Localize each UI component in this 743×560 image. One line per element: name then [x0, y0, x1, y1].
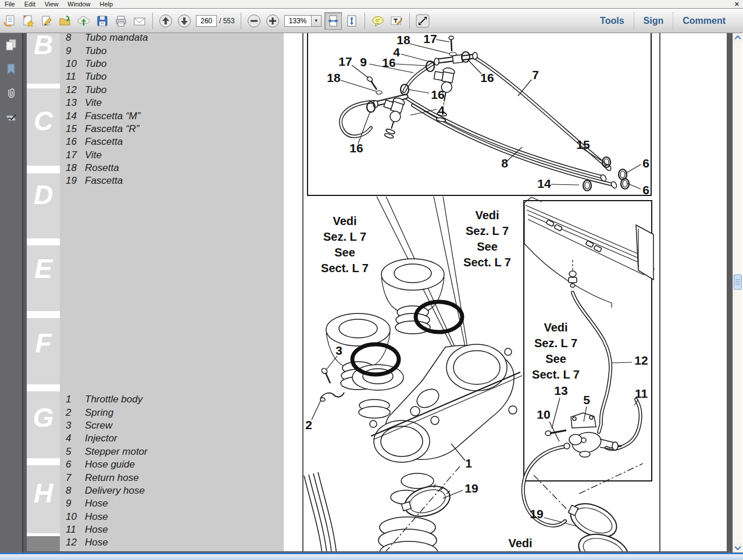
signature-button[interactable] [3, 110, 19, 126]
menu-item-edit[interactable]: Edit [20, 1, 40, 8]
menu-bar: FileEditViewWindowHelp ✕ [0, 0, 743, 9]
part-label: Fascetta [85, 136, 123, 148]
chevron-down-icon[interactable]: ▼ [311, 15, 322, 27]
part-label: Screw [85, 550, 112, 551]
part-label: Tubo [85, 58, 107, 70]
parts-list-item: 11Hose [66, 523, 148, 536]
create-pdf-icon [22, 15, 34, 27]
part-number: 8 [66, 33, 85, 44]
fit-width-button[interactable] [324, 12, 342, 30]
page-thumbnails-button[interactable] [3, 37, 19, 53]
menu-item-view[interactable]: View [40, 1, 63, 8]
part-number: 6 [66, 459, 85, 470]
text-markup-button[interactable] [388, 12, 405, 30]
zoom-level-value[interactable]: 133% [284, 15, 311, 27]
fit-page-button[interactable] [343, 12, 360, 30]
part-number: 13 [66, 550, 85, 551]
edit-pdf-button[interactable] [38, 12, 55, 30]
parts-list-item: 18Rosetta [66, 162, 148, 174]
email-button[interactable] [131, 12, 148, 30]
part-label: Hose guide [85, 459, 135, 470]
zoom-in-button[interactable] [264, 12, 281, 30]
zoom-out-button[interactable] [245, 12, 263, 30]
parts-list-item: 1Throttle body [66, 393, 148, 406]
fullscreen-button[interactable] [414, 12, 431, 30]
parts-list-item: 12Hose [66, 536, 148, 549]
toolbar-separator [409, 13, 410, 29]
edit-pdf-icon [40, 15, 53, 27]
fullscreen-icon [416, 14, 430, 28]
zoom-level-combo[interactable]: 133% ▼ [284, 15, 322, 27]
document-area: BCDEFGH [23, 33, 733, 552]
part-number: 14 [66, 110, 85, 122]
fit-page-icon [345, 15, 358, 27]
attachments-button[interactable] [3, 85, 19, 102]
parts-list-italian: 8Tubo mandata9Tubo10Tubo11Tubo12Tubo13Vi… [66, 33, 148, 188]
cloud-upload-icon [77, 15, 90, 27]
part-label: Hose [85, 524, 108, 536]
part-number: 12 [66, 537, 85, 548]
parts-list-item: 4Injector [66, 432, 148, 445]
part-label: Tubo mandata [85, 33, 148, 44]
scroll-down-button[interactable] [733, 543, 742, 552]
part-number: 5 [66, 446, 85, 458]
part-number: 11 [66, 524, 85, 536]
arrow-up-icon [159, 14, 173, 28]
part-label: Delivery hose [85, 485, 145, 497]
convert-pdf-icon [3, 15, 16, 27]
menu-item-help[interactable]: Help [95, 1, 117, 8]
part-number: 13 [66, 97, 85, 109]
sticky-note-button[interactable] [369, 12, 387, 30]
part-number: 9 [66, 45, 85, 57]
window-bottom-edge [0, 552, 743, 560]
part-label: Hose [85, 498, 108, 509]
parts-list-item: 2Spring [66, 406, 148, 419]
text-annotation-icon [390, 15, 403, 27]
part-label: Hose [85, 511, 108, 523]
previous-page-button[interactable] [157, 12, 174, 30]
minus-icon [247, 14, 261, 28]
parts-list-item: 11Tubo [66, 70, 148, 83]
part-label: Tubo [85, 45, 107, 57]
vertical-scrollbar[interactable] [733, 33, 742, 552]
parts-list-item: 13Screw [66, 550, 148, 551]
parts-list-item: 15Fascetta “R” [66, 123, 148, 135]
next-page-button[interactable] [176, 12, 193, 30]
part-number: 3 [66, 420, 85, 431]
comment-button[interactable]: Comment [673, 16, 735, 26]
convert-pdf-button[interactable] [1, 12, 18, 30]
part-number: 18 [66, 162, 85, 174]
print-button[interactable] [112, 12, 130, 30]
close-icon[interactable]: ✕ [734, 1, 740, 8]
bookmarks-button[interactable] [3, 61, 19, 77]
create-pdf-button[interactable] [19, 12, 37, 30]
page-count-label: / 553 [219, 17, 235, 25]
parts-list-item: 17Vite [66, 149, 148, 162]
parts-list-item: 10Tubo [66, 58, 148, 70]
parts-list-item: 12Tubo [66, 84, 148, 97]
toolbar-separator [152, 13, 153, 29]
page-number-input[interactable] [196, 15, 217, 27]
menu-item-window[interactable]: Window [63, 1, 95, 8]
tools-button[interactable]: Tools [591, 16, 633, 26]
chevron-up-icon [734, 35, 741, 42]
save-button[interactable] [94, 12, 111, 30]
parts-list-item: 9Hose [66, 497, 148, 510]
workspace: BCDEFGH [0, 33, 743, 552]
part-label: Stepper motor [85, 446, 148, 458]
share-upload-button[interactable] [75, 12, 92, 30]
signature-icon [4, 111, 18, 125]
menu-item-file[interactable]: File [0, 1, 20, 8]
scrollbar-thumb[interactable] [734, 274, 742, 290]
chevron-down-icon [734, 544, 741, 550]
sign-button[interactable]: Sign [634, 16, 673, 26]
part-number: 7 [66, 472, 85, 484]
part-number: 9 [66, 498, 85, 509]
part-label: Fascetta [85, 175, 123, 187]
scroll-up-button[interactable] [733, 33, 742, 42]
part-label: Throttle body [85, 394, 142, 405]
part-number: 8 [66, 485, 85, 497]
open-file-button[interactable] [56, 12, 74, 30]
parts-list-item: 5Stepper motor [66, 445, 148, 458]
plus-icon [266, 14, 280, 28]
